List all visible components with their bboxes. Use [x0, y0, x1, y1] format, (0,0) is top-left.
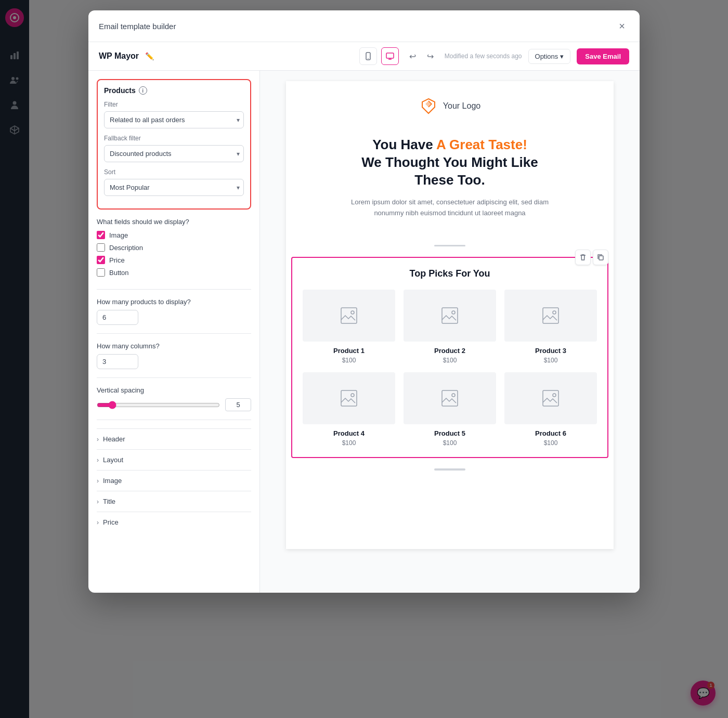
scroll-indicator — [434, 468, 465, 471]
redo-button[interactable]: ↪ — [423, 48, 438, 64]
product-card-1: Product 1 $100 — [303, 290, 395, 364]
svg-rect-18 — [341, 390, 357, 406]
price-toggle[interactable]: › Price — [97, 518, 251, 526]
fields-section: What fields should we display? Image Des… — [97, 218, 251, 290]
save-email-button[interactable]: Save Email — [577, 48, 629, 64]
svg-point-23 — [553, 394, 556, 397]
modal-title: Email template builder — [99, 22, 176, 31]
layout-toggle[interactable]: › Layout — [97, 456, 251, 464]
products-count-input[interactable] — [97, 310, 138, 325]
products-grid: Product 1 $100 — [303, 290, 597, 447]
undo-button[interactable]: ↩ — [405, 48, 421, 64]
svg-rect-22 — [543, 390, 558, 406]
hero-body: Lorem ipsum dolor sit amet, consectetuer… — [346, 197, 554, 219]
header-chevron-icon: › — [97, 436, 99, 443]
price-chevron-icon: › — [97, 519, 99, 526]
fields-title: What fields should we display? — [97, 218, 251, 226]
svg-rect-12 — [341, 308, 357, 323]
svg-rect-20 — [442, 390, 458, 406]
spacing-slider-container — [97, 401, 220, 409]
product-image-5 — [404, 372, 496, 424]
spacing-value-input[interactable] — [225, 398, 251, 411]
svg-rect-14 — [442, 308, 458, 323]
fallback-select[interactable]: Discounted products Best sellers New pro… — [104, 145, 244, 162]
title-toggle[interactable]: › Title — [97, 498, 251, 505]
product-name-1: Product 1 — [333, 347, 365, 355]
modal-header: Email template builder × — [88, 10, 640, 42]
field-image-checkbox[interactable] — [97, 231, 105, 239]
field-image-label: Image — [109, 231, 128, 239]
product-image-2 — [404, 290, 496, 342]
spacing-row — [97, 398, 251, 411]
modified-status: Modified a few seconds ago — [445, 53, 522, 60]
info-icon[interactable]: i — [139, 86, 147, 95]
product-image-4 — [303, 372, 395, 424]
product-name-2: Product 2 — [434, 347, 465, 355]
products-grid-container: Top Picks For You — [291, 257, 608, 458]
product-action-buttons — [575, 250, 608, 265]
layout-section: › Layout — [97, 449, 251, 470]
template-name: WP Mayor — [99, 51, 139, 61]
price-section: › Price — [97, 512, 251, 532]
product-price-1: $100 — [342, 357, 356, 364]
sort-label: Sort — [104, 168, 244, 176]
columns-count-section: How many columns? — [97, 342, 251, 378]
left-panel: Products i Filter Related to all past or… — [88, 71, 260, 593]
duplicate-block-button[interactable] — [593, 250, 608, 265]
email-hero: You Have A Great Taste! We Thought You M… — [286, 126, 614, 234]
svg-rect-16 — [543, 308, 558, 323]
field-image-row: Image — [97, 231, 251, 239]
svg-rect-10 — [386, 53, 394, 58]
delete-block-button[interactable] — [575, 250, 591, 265]
field-price-checkbox[interactable] — [97, 256, 105, 264]
filter-select[interactable]: Related to all past orders Related to pa… — [104, 111, 244, 128]
hero-title: You Have A Great Taste! We Thought You M… — [307, 136, 593, 189]
desktop-view-button[interactable] — [381, 47, 399, 65]
field-description-row: Description — [97, 243, 251, 252]
product-card-2: Product 2 $100 — [404, 290, 496, 364]
svg-point-9 — [368, 58, 369, 59]
products-section-title: Products i — [104, 86, 244, 95]
sort-select-wrapper: Most Popular Price: Low to High Price: H… — [104, 179, 244, 196]
fallback-select-wrapper: Discounted products Best sellers New pro… — [104, 145, 244, 162]
product-image-3 — [504, 290, 597, 342]
field-button-checkbox[interactable] — [97, 268, 105, 277]
svg-point-15 — [452, 311, 455, 314]
options-button[interactable]: Options ▾ — [528, 49, 571, 64]
layout-label: Layout — [103, 456, 123, 464]
fallback-label: Fallback filter — [104, 135, 244, 142]
svg-rect-11 — [599, 256, 603, 260]
mobile-view-button[interactable] — [359, 47, 377, 65]
close-button[interactable]: × — [615, 19, 629, 33]
modal-overlay: Email template builder × WP Mayor ✏️ — [0, 0, 728, 718]
spacing-slider[interactable] — [97, 401, 220, 409]
columns-count-input[interactable] — [97, 354, 138, 369]
product-price-2: $100 — [443, 357, 457, 364]
field-button-label: Button — [109, 269, 129, 277]
filter-select-wrapper: Related to all past orders Related to pa… — [104, 111, 244, 128]
toolbar-left: WP Mayor ✏️ — [99, 50, 353, 62]
modal-body: Products i Filter Related to all past or… — [88, 71, 640, 593]
toolbar: WP Mayor ✏️ ↩ — [88, 42, 640, 71]
product-image-6 — [504, 372, 597, 424]
title-chevron-icon: › — [97, 498, 99, 505]
field-price-row: Price — [97, 256, 251, 264]
products-section: Products i Filter Related to all past or… — [97, 79, 251, 210]
email-builder-modal: Email template builder × WP Mayor ✏️ — [88, 10, 640, 593]
product-card-4: Product 4 $100 — [303, 372, 395, 447]
header-label: Header — [103, 435, 125, 443]
svg-point-17 — [553, 311, 556, 314]
image-toggle[interactable]: › Image — [97, 477, 251, 485]
sort-select[interactable]: Most Popular Price: Low to High Price: H… — [104, 179, 244, 196]
image-label: Image — [103, 477, 122, 485]
products-count-section: How many products to display? — [97, 298, 251, 334]
products-block: Top Picks For You — [291, 257, 608, 458]
product-card-6: Product 6 $100 — [504, 372, 597, 447]
header-toggle[interactable]: › Header — [97, 435, 251, 443]
email-canvas: Your Logo You Have A Great Taste! We Tho… — [286, 81, 614, 549]
product-name-5: Product 5 — [434, 429, 465, 437]
email-logo-section: Your Logo — [286, 81, 614, 126]
field-description-checkbox[interactable] — [97, 243, 105, 252]
product-name-3: Product 3 — [535, 347, 566, 355]
edit-name-button[interactable]: ✏️ — [143, 50, 156, 62]
